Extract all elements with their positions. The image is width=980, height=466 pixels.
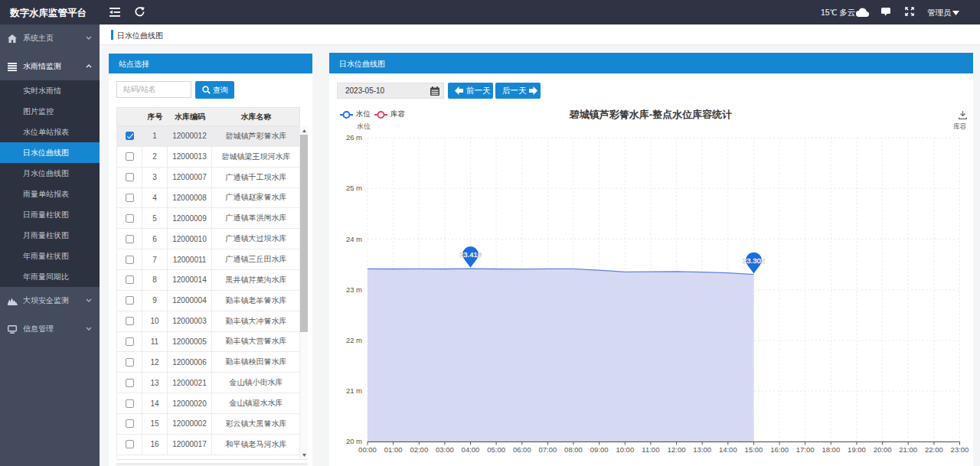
svg-text:16:00: 16:00	[770, 445, 789, 454]
svg-text:23.302: 23.302	[743, 256, 765, 265]
svg-text:11:00: 11:00	[642, 445, 659, 454]
svg-text:02:00: 02:00	[410, 445, 428, 454]
svg-text:21 m: 21 m	[346, 386, 362, 395]
svg-text:23.416: 23.416	[459, 250, 482, 259]
svg-text:14:00: 14:00	[719, 445, 737, 454]
svg-text:10:00: 10:00	[616, 445, 634, 454]
svg-text:01:00: 01:00	[384, 445, 403, 454]
svg-text:19:00: 19:00	[848, 445, 866, 454]
svg-text:09:00: 09:00	[590, 445, 609, 454]
svg-text:23 m: 23 m	[346, 285, 362, 294]
svg-text:06:00: 06:00	[513, 445, 531, 454]
svg-text:26 m: 26 m	[346, 133, 362, 142]
svg-text:18:00: 18:00	[822, 445, 840, 454]
svg-text:05:00: 05:00	[487, 445, 505, 454]
svg-text:22 m: 22 m	[346, 336, 362, 344]
svg-text:04:00: 04:00	[462, 445, 480, 454]
svg-text:25 m: 25 m	[346, 184, 362, 192]
svg-text:07:00: 07:00	[539, 445, 557, 454]
svg-text:12:00: 12:00	[668, 445, 686, 454]
svg-text:03:00: 03:00	[436, 445, 454, 454]
svg-text:20 m: 20 m	[346, 437, 362, 445]
svg-text:17:00: 17:00	[796, 445, 815, 454]
svg-text:15:00: 15:00	[745, 445, 763, 454]
svg-text:13:00: 13:00	[693, 445, 711, 454]
svg-text:00:00: 00:00	[358, 445, 377, 454]
svg-text:21:00: 21:00	[899, 445, 917, 454]
svg-text:23:00: 23:00	[951, 445, 969, 454]
svg-text:08:00: 08:00	[564, 445, 583, 454]
svg-text:22:00: 22:00	[925, 445, 943, 454]
svg-text:24 m: 24 m	[346, 235, 362, 243]
svg-text:20:00: 20:00	[874, 445, 892, 454]
